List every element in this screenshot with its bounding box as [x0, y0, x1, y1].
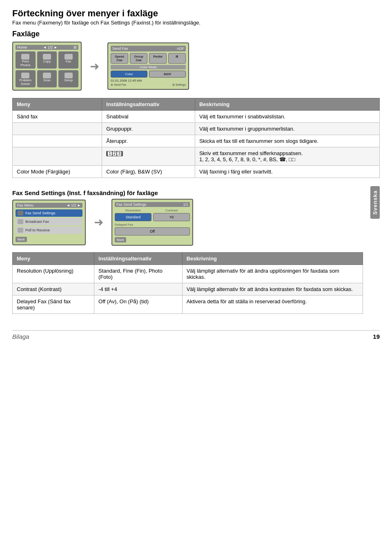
lcd-btn-problem-solver-label: ProblemSolver	[16, 78, 35, 86]
lcd-sf-icon-btn: ⊞	[168, 53, 186, 64]
lcd-fss-contrast-label: Contrast	[153, 209, 190, 212]
lcd-btn-fax-label: Fax	[59, 60, 78, 63]
lcd-fm-item-3: Poll to Receive	[16, 227, 82, 234]
t2r1-setting: Standard, Fine (Fin), Photo (Foto)	[94, 265, 183, 283]
lcd-sf-speed-dial: Speed Dial	[111, 53, 128, 64]
faxsend-diagram: Fax Menu ◄ 1/2 ► Fax Send Settings Broad…	[12, 199, 363, 246]
page-subtitle: Fax menu (Faxmeny) för faxläge och Fax S…	[12, 20, 380, 26]
table2-header-installning: Inställningsalternativ	[94, 253, 183, 265]
number-badge: 123	[106, 151, 123, 156]
lcd-home-button-grid: PrintPhotos Copy Fax ProblemSolver Scan …	[16, 51, 78, 87]
footer-page-number: 19	[373, 333, 380, 340]
lcd-sf-adf-label: ADF	[177, 47, 184, 51]
section1-heading: Faxläge	[12, 30, 380, 38]
lcd-home-label: Home	[17, 45, 27, 49]
fax-icon	[65, 54, 73, 60]
t2r2-desc: Välj lämpligt alternativ för att ändra k…	[182, 283, 363, 296]
lcd-sf-color-btns: Color B&W	[111, 71, 186, 78]
t2r1-desc: Välj lämpligt alternativ för att ändra u…	[182, 265, 363, 283]
t2r1-meny: Resolution (Upplösning)	[13, 265, 94, 283]
lcd-sf-title-label: Send Fax	[112, 47, 128, 51]
table-row: Delayed Fax (Sänd fax senare) Off (Av), …	[13, 296, 363, 314]
lcd-btn-setup: Setup	[58, 70, 78, 87]
lcd-btn-fax: Fax	[58, 51, 78, 69]
t1r3-meny	[13, 135, 102, 147]
table-row: Återuppr. Skicka ett fax till ett faxnum…	[13, 135, 380, 147]
lcd-btn-print-photos-label: PrintPhotos	[16, 60, 35, 67]
lcd-sf-bw-btn: B&W	[149, 71, 186, 78]
lcd-sf-color-btn: Color	[111, 71, 147, 78]
lcd-fm-item-3-label: Poll to Receive	[25, 228, 50, 232]
lcd-fm-item-1-label: Fax Send Settings	[25, 211, 56, 215]
lcd-fss-topbar: Fax Send Settings 1/1	[115, 202, 190, 207]
badge-digit-1: 1	[108, 151, 112, 156]
footer-bilaga: Bilaga	[12, 333, 29, 340]
lcd-fss-contrast-value: +0	[153, 213, 190, 221]
badge-digit-2: 2	[113, 151, 117, 156]
page-title: Förteckning över menyer i faxläge	[12, 8, 380, 19]
t1r5-desc: Välj faxning i färg eller svartvitt.	[195, 166, 379, 178]
t1r1-meny: Sänd fax	[13, 111, 102, 123]
lcd-fss-resolution-col: Resolution Standard	[115, 209, 151, 221]
table1-header-meny: Meny	[13, 98, 102, 111]
table1-header-beskrivning: Beskrivning	[195, 98, 379, 111]
diagram-arrow-1: ➜	[90, 60, 99, 73]
fax-send-settings-icon	[18, 211, 23, 216]
lcd-sf-footer: ⊕ Send Fax ⊞ Settings	[111, 83, 186, 87]
t1r5-meny: Color Mode (Färgläge)	[13, 166, 102, 178]
lcd-fss-page: 1/1	[183, 202, 188, 207]
copy-icon	[43, 54, 51, 60]
lower-content: Fax Send Settings (Inst. f faxsändning) …	[12, 186, 363, 322]
lcd-faxmenu-screen: Fax Menu ◄ 1/2 ► Fax Send Settings Broad…	[12, 200, 86, 245]
table2-header-beskrivning: Beskrivning	[182, 253, 363, 265]
t2r3-meny: Delayed Fax (Sänd fax senare)	[13, 296, 94, 314]
lcd-sf-title-bar: Send Fax ADF	[111, 46, 186, 51]
lcd-btn-copy-label: Copy	[38, 60, 56, 63]
lcd-btn-print-photos: PrintPhotos	[16, 51, 36, 69]
table-row: Color Mode (Färgläge) Color (Färg), B&W …	[13, 166, 380, 178]
lcd-sf-footer-left: ⊕ Send Fax	[111, 83, 126, 87]
t1r1-setting: Snabbval	[102, 111, 195, 123]
lcd-fss-title: Fax Send Settings	[116, 202, 147, 207]
problem-solver-icon	[21, 73, 29, 78]
lcd-fm-nav: ◄ 1/2 ►	[67, 203, 81, 207]
t1r2-setting: Gruppuppr.	[102, 123, 195, 135]
lcd-fm-back-label: Back	[16, 237, 27, 242]
lcd-fm-item-2: Broadcast Fax	[16, 218, 82, 225]
lcd-fss-resolution-label: Resolution	[115, 209, 151, 212]
lcd-fss-delayed-label: Delayed Fax	[115, 223, 190, 227]
table1-header-installning: Inställningsalternativ	[102, 98, 195, 111]
poll-to-receive-icon	[18, 228, 23, 233]
lcd-fss-back-label: Back	[115, 237, 126, 242]
lcd-home-nav: ◄ 1/2 ►	[43, 45, 57, 49]
t1r4-setting: 123	[102, 147, 195, 166]
t2r2-meny: Contrast (Kontrast)	[13, 283, 94, 296]
lcd-fss-delayed-value: Off	[115, 227, 190, 236]
page-footer: Bilaga 19	[12, 330, 380, 340]
setup-icon	[65, 73, 73, 78]
t2r3-setting: Off (Av), On (På) (tid)	[94, 296, 183, 314]
lcd-fss-screen: Fax Send Settings 1/1 Resolution Standar…	[111, 199, 193, 246]
table-row: Sänd fax Snabbval Välj ett faxnummer i s…	[13, 111, 380, 123]
lcd-home-topbar: Home ◄ 1/2 ► ⊞	[16, 45, 78, 50]
lcd-fss-contrast-col: Contrast +0	[153, 209, 190, 221]
t1r5-setting: Color (Färg), B&W (SV)	[102, 166, 195, 178]
t1r1-desc: Välj ett faxnummer i snabbvalslistan.	[195, 111, 379, 123]
lcd-home-icon: ⊞	[74, 45, 77, 49]
lcd-btn-scan: Scan	[37, 70, 57, 87]
lcd-fm-topbar: Fax Menu ◄ 1/2 ►	[16, 203, 82, 208]
t1r4-desc: Skriv ett faxnummer med sifferknappsatse…	[195, 147, 379, 166]
svenska-sidebar: Svenska	[367, 186, 380, 219]
lcd-btn-scan-label: Scan	[38, 78, 56, 82]
lcd-sf-date: 01.01.2008 12:45 AM	[111, 79, 186, 82]
scan-icon	[43, 73, 51, 78]
badge-digit-3: 3	[117, 151, 121, 156]
lcd-btn-setup-label: Setup	[59, 78, 78, 82]
table-row: 123 Skriv ett faxnummer med sifferknapps…	[13, 147, 380, 166]
lcd-sf-redial: Redial	[149, 53, 167, 64]
lcd-sf-colormode-label: Color Mode	[111, 65, 186, 69]
t1r3-setting: Återuppr.	[102, 135, 195, 147]
t1r3-desc: Skicka ett fax till ett faxnummer som sl…	[195, 135, 379, 147]
diagram-arrow-2: ➜	[94, 216, 103, 229]
t2r3-desc: Aktivera detta för att ställa in reserve…	[182, 296, 363, 314]
